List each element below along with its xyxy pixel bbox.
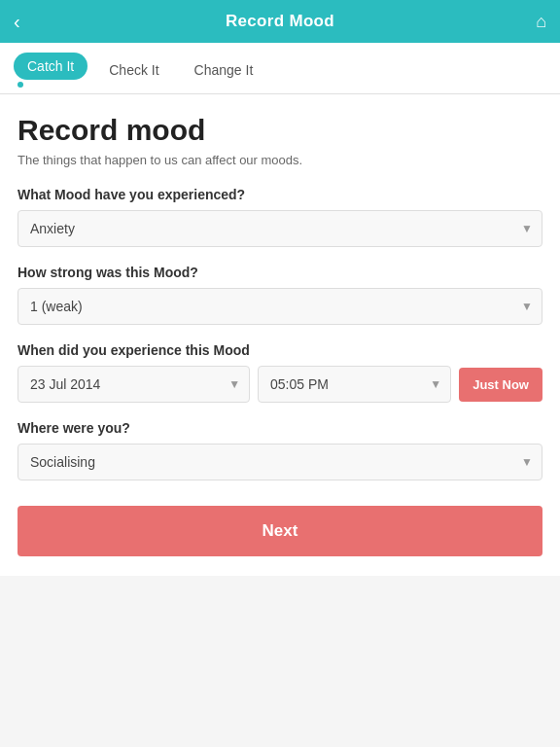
next-button[interactable]: Next xyxy=(18,506,542,556)
strength-label: How strong was this Mood? xyxy=(18,265,542,280)
tab-catch-it[interactable]: Catch It xyxy=(14,53,88,80)
location-section: Where were you? Socialising Home Work Sc… xyxy=(18,420,542,480)
tab-active-indicator xyxy=(18,82,23,88)
location-select-wrapper: Socialising Home Work School Outside ▼ xyxy=(18,444,542,480)
mood-select-wrapper: Anxiety Happy Sad Angry Fearful Calm ▼ xyxy=(18,210,542,247)
header-title: Record Mood xyxy=(226,12,334,31)
when-section: When did you experience this Mood 23 Jul… xyxy=(18,342,542,403)
page-subtitle: The things that happen to us can affect … xyxy=(18,153,542,167)
datetime-row: 23 Jul 2014 ▼ 05:05 PM ▼ Just Now xyxy=(18,366,542,403)
back-button[interactable]: ‹ xyxy=(14,11,20,33)
page-title: Record mood xyxy=(18,114,542,147)
app-header: ‹ Record Mood ⌂ xyxy=(0,0,560,43)
main-content: Record mood The things that happen to us… xyxy=(0,94,560,576)
location-label: Where were you? xyxy=(18,420,542,436)
just-now-button[interactable]: Just Now xyxy=(459,368,542,402)
tab-bar: Catch It Check It Change It xyxy=(0,43,560,94)
date-select-wrapper: 23 Jul 2014 ▼ xyxy=(18,366,250,403)
tab-check-it[interactable]: Check It xyxy=(95,53,172,88)
location-select[interactable]: Socialising Home Work School Outside xyxy=(18,444,542,480)
strength-select-wrapper: 1 (weak) 2 3 4 5 (strong) ▼ xyxy=(18,288,542,325)
strength-section: How strong was this Mood? 1 (weak) 2 3 4… xyxy=(18,265,542,325)
mood-label: What Mood have you experienced? xyxy=(18,187,542,202)
tab-change-it[interactable]: Change It xyxy=(181,53,267,88)
time-select[interactable]: 05:05 PM xyxy=(258,366,451,403)
strength-select[interactable]: 1 (weak) 2 3 4 5 (strong) xyxy=(18,288,542,325)
when-label: When did you experience this Mood xyxy=(18,342,542,358)
time-select-wrapper: 05:05 PM ▼ xyxy=(258,366,451,403)
date-select[interactable]: 23 Jul 2014 xyxy=(18,366,250,403)
mood-section: What Mood have you experienced? Anxiety … xyxy=(18,187,542,247)
home-button[interactable]: ⌂ xyxy=(536,12,546,32)
mood-select[interactable]: Anxiety Happy Sad Angry Fearful Calm xyxy=(18,210,542,247)
